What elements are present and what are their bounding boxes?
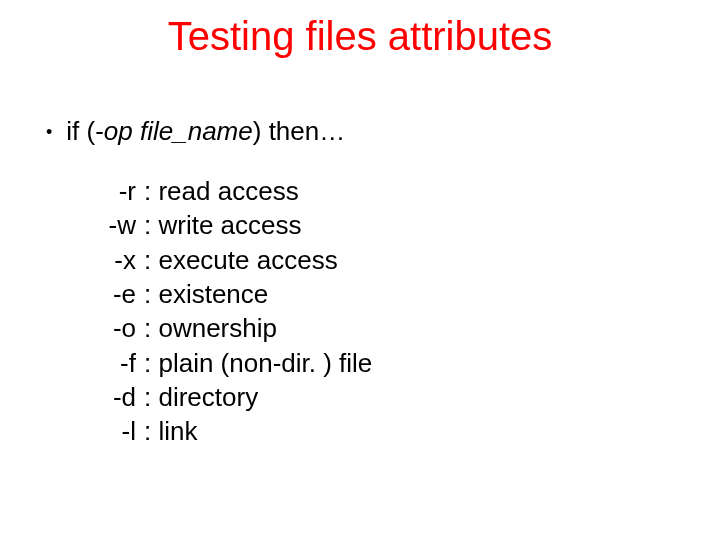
flag-cell: -l <box>86 414 144 448</box>
slide-title: Testing files attributes <box>0 14 720 59</box>
bullet-filename: file_name <box>133 116 253 146</box>
table-row: -l : link <box>86 414 372 448</box>
desc-cell: : read access <box>144 174 299 208</box>
flag-cell: -w <box>86 208 144 242</box>
table-row: -o : ownership <box>86 311 372 345</box>
table-row: -r : read access <box>86 174 372 208</box>
flag-cell: -r <box>86 174 144 208</box>
flag-cell: -f <box>86 346 144 380</box>
flag-cell: -o <box>86 311 144 345</box>
table-row: -f : plain (non-dir. ) file <box>86 346 372 380</box>
flag-cell: -d <box>86 380 144 414</box>
table-row: -w : write access <box>86 208 372 242</box>
table-row: -e : existence <box>86 277 372 311</box>
desc-cell: : directory <box>144 380 258 414</box>
bullet-dot-icon: • <box>46 122 52 143</box>
desc-cell: : plain (non-dir. ) file <box>144 346 372 380</box>
desc-cell: : existence <box>144 277 268 311</box>
bullet-text: if (-op file_name) then… <box>66 116 345 147</box>
bullet-op: op <box>104 116 133 146</box>
desc-cell: : ownership <box>144 311 277 345</box>
desc-cell: : execute access <box>144 243 338 277</box>
desc-cell: : link <box>144 414 197 448</box>
table-row: -d : directory <box>86 380 372 414</box>
bullet-line: • if (-op file_name) then… <box>46 116 345 147</box>
table-row: -x : execute access <box>86 243 372 277</box>
slide: Testing files attributes • if (-op file_… <box>0 0 720 540</box>
bullet-suffix: ) then… <box>253 116 346 146</box>
desc-cell: : write access <box>144 208 302 242</box>
flags-table: -r : read access -w : write access -x : … <box>86 174 372 449</box>
bullet-prefix: if (- <box>66 116 104 146</box>
flag-cell: -e <box>86 277 144 311</box>
flag-cell: -x <box>86 243 144 277</box>
